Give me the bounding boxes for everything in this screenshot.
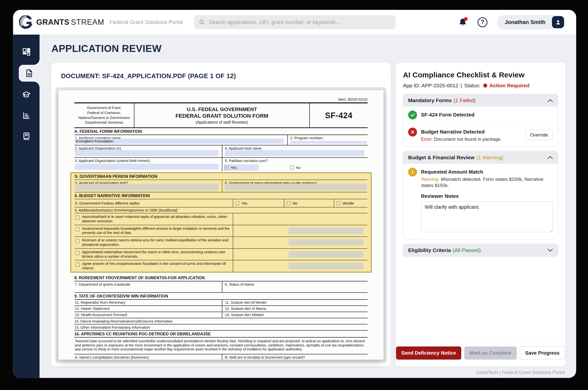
- reviewer-notes-label: Reviewer Notes: [421, 193, 553, 199]
- check-circle-icon: [408, 110, 417, 119]
- form-input: [75, 164, 218, 170]
- form-input: [75, 150, 218, 156]
- form-row: A. Name's compiitiation (tonslimer [hive…: [74, 354, 368, 360]
- form-masthead: Government of Frare; Federal of Coetanon…: [74, 102, 368, 128]
- search-icon: [199, 19, 205, 25]
- checkbox-icon: [337, 201, 340, 205]
- checklist-item: SF-424 Form Detected: [403, 107, 558, 123]
- form-row: 7. Department of grants./caoduate 6. Sta…: [74, 282, 368, 293]
- checkbox-icon: [225, 166, 229, 169]
- footer-text: ZolonTech | Federal Grant Solutions Port…: [51, 367, 566, 375]
- mark-complete-button[interactable]: Mark as Complete: [464, 346, 517, 360]
- reviewer-notes-textarea[interactable]: Will clarify with applicant.: [421, 201, 553, 232]
- form-title-block: U.S. FEDEAL GOVERNMENT FEDERAL GRANT SOL…: [134, 103, 310, 127]
- checklist-item: Budget Narrative Detected Error: Documen…: [403, 123, 558, 146]
- sidebar-nav: [13, 35, 39, 378]
- form-agency-block: Government of Frare; Federal of Coetanon…: [74, 103, 134, 127]
- form-checkbox-row: Approohated matemaliser donerment the re…: [75, 249, 367, 261]
- document-icon: [25, 69, 34, 78]
- checklist-item: i Requested Amount Match Warning: Mismat…: [403, 164, 558, 193]
- form-input: Emingllent Foundation: [75, 139, 284, 144]
- app-status-line: App ID: APP-2025-0012 | Status: Action R…: [403, 83, 558, 89]
- form-section-16-heading: 16. APRCRINES CC REUNITIONS POC-DETROED …: [74, 331, 368, 338]
- sidebar-item-documents[interactable]: [19, 65, 39, 82]
- form-input: [225, 150, 364, 156]
- passed-count: (All Passed): [453, 247, 481, 253]
- form-row: 5. Govermment Fexless different statles …: [75, 199, 367, 207]
- send-deficiency-button[interactable]: Send Deficiency Notice: [396, 346, 461, 360]
- search-input[interactable]: [208, 19, 390, 26]
- chevron-up-icon: [548, 99, 553, 102]
- form-input: [289, 239, 363, 245]
- form-item-number: Item: 3G\20-521G: [74, 97, 368, 101]
- failed-count: (1 Failed): [454, 98, 475, 103]
- global-search: [194, 15, 395, 29]
- sidebar-item-reports[interactable]: [19, 108, 34, 123]
- checkbox-icon: [290, 166, 294, 169]
- main-content: APPLICATION REVIEW DOCUMENT: SF-424_APPL…: [39, 35, 576, 378]
- form-checkbox-row: Asseesmend lequestels knowledgithe diffe…: [75, 225, 367, 237]
- form-section-s-heading: S. GOVERTSMAAN PERION INFORMATION: [75, 173, 367, 180]
- brand-subtitle: Federal Grant Solutions Portal: [110, 19, 183, 25]
- document-card: DOCUMENT: SF-424_APPLICATION.PDF (PAGE 1…: [51, 63, 391, 367]
- form-section-6-heading: 6. BUDGET NARRATIVE INFORMATION: [75, 193, 367, 199]
- override-button[interactable]: Override: [525, 130, 553, 140]
- user-avatar-icon: [552, 16, 564, 28]
- form-input: [75, 184, 218, 191]
- checkbox-icon: [76, 263, 79, 267]
- checkbox-icon: [236, 201, 239, 205]
- save-progress-button[interactable]: Save Progress: [520, 346, 565, 360]
- info-circle-icon: i: [408, 168, 417, 177]
- sidebar-item-education[interactable]: [19, 87, 34, 102]
- education-icon: [22, 90, 31, 99]
- compliance-panel-title: AI Compliance Checklist & Review: [403, 71, 558, 79]
- form-checkbox-row: Agree anonen of hriv cmnpimnectaive foun…: [75, 260, 367, 272]
- form-row: 1. Applicant cnpnation name Emingllent F…: [74, 135, 368, 146]
- form-section-9-heading: 9. TATE OF OKCONTESEIVW WIN INFORMATION: [74, 293, 368, 300]
- mandatory-forms-card: Mandatory Forms (1 Failed) SF-424 F: [403, 94, 558, 147]
- form-row: 5. Additionalsbostmposs fsrm/Iverriypsrn…: [75, 207, 367, 213]
- eligibility-card: Eligibility Criteria (All Passed): [403, 244, 558, 257]
- app-window: GRANTSSTREAM Federal Grant Solutions Por…: [13, 10, 576, 378]
- mandatory-forms-header[interactable]: Mandatory Forms (1 Failed): [403, 94, 558, 107]
- help-icon: ?: [477, 17, 487, 27]
- grants-stream-logo-icon: [19, 15, 33, 29]
- form-input: [225, 184, 367, 191]
- brand-logo: GRANTSSTREAM: [19, 15, 104, 29]
- user-name: Jonathan Smith: [505, 19, 546, 25]
- checkbox-icon: [76, 228, 79, 232]
- pdf-viewer[interactable]: Item: 3G\20-521G Government of Frare; Fe…: [56, 87, 386, 363]
- form-section-a-heading: A. FEDERAL FORIM INFORMATION: [74, 128, 368, 135]
- checkbox-icon: [76, 239, 79, 243]
- compliance-panel: AI Compliance Checklist & Review App ID:…: [395, 63, 566, 367]
- form-input: [290, 141, 367, 144]
- library-icon: [22, 132, 31, 141]
- panel-actions: Send Deficiency Notice Mark as Complete …: [395, 340, 565, 367]
- dashboard-icon: [22, 47, 31, 56]
- sidebar-item-dashboard[interactable]: [19, 44, 34, 59]
- form-row: 2. Applicant Organization (n) 4. Applica…: [74, 146, 368, 158]
- brand-title: GRANTSSTREAM: [36, 18, 104, 27]
- sidebar-item-library[interactable]: [19, 129, 34, 144]
- checkbox-icon: [76, 216, 79, 220]
- checkbox-icon: [287, 201, 291, 205]
- budget-review-header[interactable]: Budget & Financial Review (1 Warning): [403, 151, 558, 164]
- form-input: [289, 263, 363, 269]
- form-row: 5. Applicant of organization ioot? 6. Go…: [75, 180, 367, 193]
- reports-icon: [22, 111, 31, 120]
- eligibility-header[interactable]: Eligibility Criteria (All Passed): [403, 244, 558, 256]
- form-certification-paragraph: Teanned Date occurved to be odemlted sun…: [74, 338, 368, 354]
- chevron-up-icon: [548, 156, 553, 159]
- ai-highlight-region: S. GOVERTSMAAN PERION INFORMATION 5. App…: [70, 172, 372, 273]
- help-button[interactable]: ?: [477, 17, 488, 28]
- budget-review-card: Budget & Financial Review (1 Warning) i …: [403, 151, 558, 239]
- user-menu[interactable]: Jonathan Smith: [497, 15, 565, 29]
- document-title: DOCUMENT: SF-424_APPLICATION.PDF (PAGE 1…: [61, 72, 381, 80]
- notifications-button[interactable]: [457, 17, 468, 28]
- form-row: 13. Health Assessment Formard 14. Sutase…: [74, 312, 368, 318]
- reviewer-notes-section: Reviewer Notes Will clarify with applica…: [403, 193, 558, 239]
- x-circle-icon: [408, 128, 417, 137]
- chevron-down-icon: [548, 248, 553, 252]
- form-number: SF-424: [310, 103, 368, 127]
- form-row: 11. Regwnatlo/ Rum Reninnary 11. Sutaser…: [74, 300, 368, 306]
